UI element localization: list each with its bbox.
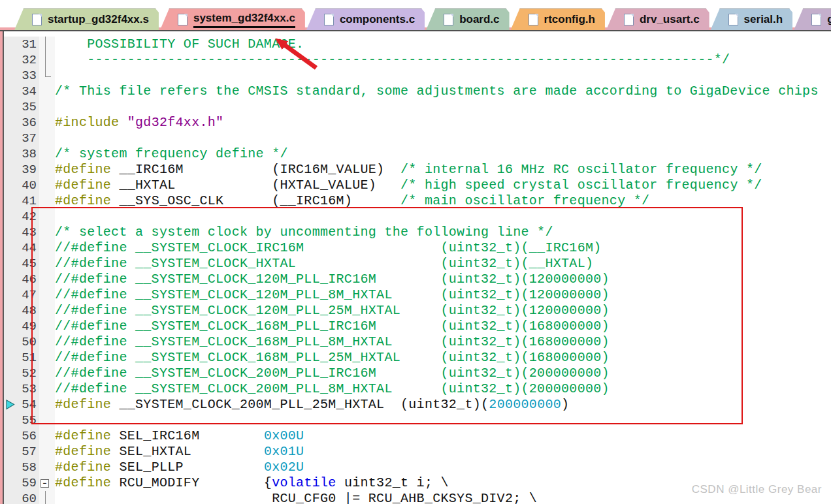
code-line[interactable]: 35 bbox=[4, 99, 831, 115]
code-line[interactable]: 38/* system frequency define */ bbox=[4, 146, 831, 162]
fold-margin bbox=[39, 178, 55, 193]
code-line[interactable]: 37 bbox=[4, 131, 831, 146]
fold-margin bbox=[39, 272, 55, 287]
tab-rtconfig-h[interactable]: rtconfig.h bbox=[511, 8, 605, 30]
code-line[interactable]: 51//#define __SYSTEM_CLOCK_168M_PLL_25M_… bbox=[4, 350, 831, 366]
gutter-margin[interactable] bbox=[4, 52, 16, 68]
line-number: 53 bbox=[16, 381, 39, 397]
gutter-margin[interactable] bbox=[4, 209, 16, 225]
code-line[interactable]: 48//#define __SYSTEM_CLOCK_120M_PLL_25M_… bbox=[4, 303, 831, 319]
gutter-margin[interactable] bbox=[4, 366, 16, 381]
code-line[interactable]: 39#define __IRC16M (IRC16M_VALUE) /* int… bbox=[4, 162, 831, 178]
tab-system-gd32f4xx-c[interactable]: system_gd32f4xx.c bbox=[160, 8, 305, 30]
document-icon bbox=[529, 14, 538, 25]
code-line[interactable]: 42 bbox=[4, 209, 831, 225]
line-number: 36 bbox=[16, 115, 39, 131]
tab-drv-usart-c[interactable]: drv_usart.c bbox=[606, 8, 709, 30]
gutter-margin[interactable] bbox=[4, 131, 16, 146]
fold-margin bbox=[39, 225, 55, 240]
line-number: 44 bbox=[16, 240, 39, 256]
code-line[interactable]: 58#define SEL_PLLP 0x02U bbox=[4, 460, 831, 475]
code-line[interactable]: 36#include "gd32f4xx.h" bbox=[4, 115, 831, 131]
gutter-margin[interactable] bbox=[4, 178, 16, 193]
code-line[interactable]: 33 bbox=[4, 68, 831, 84]
gutter-margin[interactable] bbox=[4, 99, 16, 115]
code-line[interactable]: 56#define SEL_IRC16M 0x00U bbox=[4, 428, 831, 444]
code-text: /* This file refers the CMSIS standard, … bbox=[55, 84, 831, 99]
code-text bbox=[55, 99, 831, 115]
code-line[interactable]: 40#define __HXTAL (HXTAL_VALUE) /* high … bbox=[4, 178, 831, 193]
code-line[interactable]: 49//#define __SYSTEM_CLOCK_168M_PLL_IRC1… bbox=[4, 319, 831, 334]
file-tabs: startup_gd32f4xx.ssystem_gd32f4xx.ccompo… bbox=[14, 8, 831, 30]
gutter-margin[interactable] bbox=[4, 491, 16, 504]
code-line[interactable]: 47//#define __SYSTEM_CLOCK_120M_PLL_8M_H… bbox=[4, 287, 831, 303]
gutter-margin[interactable] bbox=[4, 193, 16, 209]
fold-margin bbox=[39, 84, 55, 99]
gutter-margin[interactable] bbox=[4, 475, 16, 491]
gutter-margin[interactable] bbox=[4, 460, 16, 475]
code-text: ----------------------------------------… bbox=[55, 52, 831, 68]
code-text: //#define __SYSTEM_CLOCK_120M_PLL_25M_HX… bbox=[55, 303, 831, 319]
code-text: POSSIBILITY OF SUCH DAMAGE. bbox=[55, 37, 831, 52]
fold-margin bbox=[39, 334, 55, 350]
gutter-margin[interactable] bbox=[4, 84, 16, 99]
gutter-margin[interactable] bbox=[4, 319, 16, 334]
gutter-margin[interactable] bbox=[4, 146, 16, 162]
fold-margin bbox=[39, 428, 55, 444]
line-number: 51 bbox=[16, 350, 39, 366]
tab-gd32f4xx[interactable]: gd32f4xx. bbox=[794, 8, 831, 30]
current-line-margin[interactable] bbox=[4, 397, 16, 413]
code-line[interactable]: 53//#define __SYSTEM_CLOCK_200M_PLL_8M_H… bbox=[4, 381, 831, 397]
line-number: 39 bbox=[16, 162, 39, 178]
fold-margin bbox=[39, 444, 55, 460]
code-line[interactable]: 43/* select a system clock by uncommenti… bbox=[4, 225, 831, 240]
gutter-margin[interactable] bbox=[4, 381, 16, 397]
code-line[interactable]: 44//#define __SYSTEM_CLOCK_IRC16M (uint3… bbox=[4, 240, 831, 256]
line-number: 48 bbox=[16, 303, 39, 319]
tab-label: serial.h bbox=[744, 13, 783, 27]
code-text bbox=[55, 413, 831, 428]
code-line[interactable]: 57#define SEL_HXTAL 0x01U bbox=[4, 444, 831, 460]
gutter-margin[interactable] bbox=[4, 37, 16, 52]
gutter-margin[interactable] bbox=[4, 68, 16, 84]
code-line[interactable]: 41#define __SYS_OSC_CLK (__IRC16M) /* ma… bbox=[4, 193, 831, 209]
gutter-margin[interactable] bbox=[4, 287, 16, 303]
tab-startup-gd32f4xx-s[interactable]: startup_gd32f4xx.s bbox=[14, 8, 159, 30]
code-line[interactable]: 34/* This file refers the CMSIS standard… bbox=[4, 84, 831, 99]
code-line[interactable]: 46//#define __SYSTEM_CLOCK_120M_PLL_IRC1… bbox=[4, 272, 831, 287]
gutter-margin[interactable] bbox=[4, 256, 16, 272]
code-text: //#define __SYSTEM_CLOCK_168M_PLL_IRC16M… bbox=[55, 319, 831, 334]
gutter-margin[interactable] bbox=[4, 334, 16, 350]
fold-margin bbox=[39, 413, 55, 428]
document-icon bbox=[811, 14, 821, 25]
code-area[interactable]: 31 POSSIBILITY OF SUCH DAMAGE.32 -------… bbox=[4, 31, 831, 504]
code-line[interactable]: 52//#define __SYSTEM_CLOCK_200M_PLL_IRC1… bbox=[4, 366, 831, 381]
document-icon bbox=[624, 14, 634, 25]
fold-margin bbox=[39, 162, 55, 178]
code-line[interactable]: 45//#define __SYSTEM_CLOCK_HXTAL (uint32… bbox=[4, 256, 831, 272]
fold-collapse-icon[interactable] bbox=[39, 475, 55, 491]
line-number: 59 bbox=[16, 475, 39, 491]
gutter-margin[interactable] bbox=[4, 225, 16, 240]
gutter-margin[interactable] bbox=[4, 115, 16, 131]
code-line[interactable]: 50//#define __SYSTEM_CLOCK_168M_PLL_8M_H… bbox=[4, 334, 831, 350]
document-icon bbox=[728, 14, 738, 25]
gutter-margin[interactable] bbox=[4, 428, 16, 444]
gutter-margin[interactable] bbox=[4, 413, 16, 428]
gutter-margin[interactable] bbox=[4, 162, 16, 178]
code-text: //#define __SYSTEM_CLOCK_168M_PLL_8M_HXT… bbox=[55, 334, 831, 350]
tab-board-c[interactable]: board.c bbox=[426, 8, 509, 30]
code-line[interactable]: 32 -------------------------------------… bbox=[4, 52, 831, 68]
code-text: #include "gd32f4xx.h" bbox=[55, 115, 831, 131]
gutter-margin[interactable] bbox=[4, 444, 16, 460]
code-line[interactable]: 54#define __SYSTEM_CLOCK_200M_PLL_25M_HX… bbox=[4, 397, 831, 413]
code-line[interactable]: 55 bbox=[4, 413, 831, 428]
gutter-margin[interactable] bbox=[4, 303, 16, 319]
document-icon bbox=[178, 14, 187, 25]
gutter-margin[interactable] bbox=[4, 240, 16, 256]
gutter-margin[interactable] bbox=[4, 272, 16, 287]
gutter-margin[interactable] bbox=[4, 350, 16, 366]
tab-components-c[interactable]: components.c bbox=[306, 8, 425, 30]
code-line[interactable]: 31 POSSIBILITY OF SUCH DAMAGE. bbox=[4, 37, 831, 52]
tab-serial-h[interactable]: serial.h bbox=[711, 8, 793, 30]
